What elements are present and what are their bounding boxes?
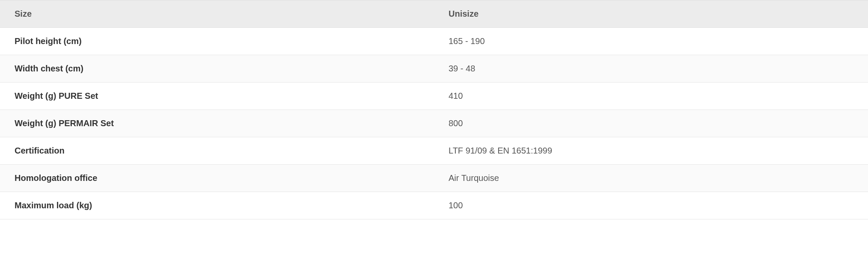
table-row: Weight (g) PERMAIR Set 800 <box>0 110 868 137</box>
table-row: Weight (g) PURE Set 410 <box>0 83 868 110</box>
row-value: 800 <box>434 110 868 137</box>
row-value: 410 <box>434 83 868 110</box>
row-value: 100 <box>434 192 868 219</box>
row-label: Pilot height (cm) <box>0 28 434 55</box>
table-row: Certification LTF 91/09 & EN 1651:1999 <box>0 137 868 165</box>
row-label: Weight (g) PURE Set <box>0 83 434 110</box>
table-row: Pilot height (cm) 165 - 190 <box>0 28 868 55</box>
row-label: Homologation office <box>0 165 434 192</box>
row-value: 39 - 48 <box>434 55 868 83</box>
specs-table: Size Unisize Pilot height (cm) 165 - 190… <box>0 0 868 219</box>
header-value: Unisize <box>434 0 868 28</box>
table-row: Maximum load (kg) 100 <box>0 192 868 219</box>
row-label: Width chest (cm) <box>0 55 434 83</box>
table-header-row: Size Unisize <box>0 0 868 28</box>
row-label: Maximum load (kg) <box>0 192 434 219</box>
row-value: LTF 91/09 & EN 1651:1999 <box>434 137 868 165</box>
row-value: Air Turquoise <box>434 165 868 192</box>
row-label: Certification <box>0 137 434 165</box>
row-label: Weight (g) PERMAIR Set <box>0 110 434 137</box>
row-value: 165 - 190 <box>434 28 868 55</box>
header-label: Size <box>0 0 434 28</box>
table-row: Homologation office Air Turquoise <box>0 165 868 192</box>
table-row: Width chest (cm) 39 - 48 <box>0 55 868 83</box>
